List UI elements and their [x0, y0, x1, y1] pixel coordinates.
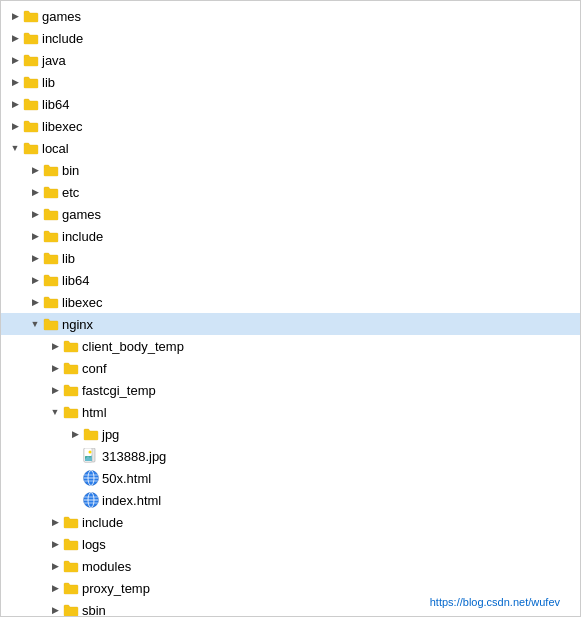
- expand-arrow[interactable]: ▼: [29, 318, 41, 330]
- expand-arrow[interactable]: ▶: [29, 252, 41, 264]
- item-label: java: [42, 53, 66, 68]
- folder-icon: [23, 30, 39, 46]
- list-item[interactable]: ▶ libexec: [1, 115, 580, 137]
- list-item[interactable]: ▶ lib: [1, 71, 580, 93]
- expand-arrow[interactable]: ▼: [9, 142, 21, 154]
- expand-arrow[interactable]: ▶: [49, 384, 61, 396]
- item-label: lib: [62, 251, 75, 266]
- item-label: conf: [82, 361, 107, 376]
- svg-point-4: [89, 451, 92, 454]
- item-label: lib: [42, 75, 55, 90]
- list-item[interactable]: ▶ games: [1, 5, 580, 27]
- folder-icon: [63, 602, 79, 616]
- expand-arrow[interactable]: ▶: [9, 10, 21, 22]
- list-item[interactable]: ▶ include: [1, 27, 580, 49]
- expand-arrow[interactable]: ▶: [29, 186, 41, 198]
- list-item[interactable]: ▶ modules: [1, 555, 580, 577]
- expand-arrow[interactable]: ▶: [29, 164, 41, 176]
- item-label: lib64: [62, 273, 89, 288]
- item-label: 313888.jpg: [102, 449, 166, 464]
- list-item[interactable]: ▶ etc: [1, 181, 580, 203]
- list-item[interactable]: index.html: [1, 489, 580, 511]
- expand-arrow[interactable]: ▶: [49, 604, 61, 616]
- list-item[interactable]: ▶ lib: [1, 247, 580, 269]
- item-label: jpg: [102, 427, 119, 442]
- item-label: include: [82, 515, 123, 530]
- item-label: libexec: [62, 295, 102, 310]
- folder-icon: [23, 8, 39, 24]
- item-label: logs: [82, 537, 106, 552]
- expand-arrow[interactable]: ▶: [49, 582, 61, 594]
- folder-icon: [43, 184, 59, 200]
- item-label: nginx: [62, 317, 93, 332]
- list-item[interactable]: ▶ client_body_temp: [1, 335, 580, 357]
- list-item[interactable]: 50x.html: [1, 467, 580, 489]
- item-label: lib64: [42, 97, 69, 112]
- item-label: local: [42, 141, 69, 156]
- list-item[interactable]: ▶ conf: [1, 357, 580, 379]
- expand-arrow[interactable]: ▶: [9, 54, 21, 66]
- folder-icon: [63, 536, 79, 552]
- file-explorer: ▶ games▶ include▶ java▶ lib▶ lib64▶ libe…: [0, 0, 581, 617]
- list-item[interactable]: 313888.jpg: [1, 445, 580, 467]
- folder-icon: [63, 514, 79, 530]
- folder-icon: [63, 382, 79, 398]
- list-item[interactable]: ▶ games: [1, 203, 580, 225]
- list-item[interactable]: ▶ java: [1, 49, 580, 71]
- list-item[interactable]: ▶ sbin: [1, 599, 580, 616]
- list-item[interactable]: ▶ include: [1, 225, 580, 247]
- expand-arrow[interactable]: ▶: [9, 120, 21, 132]
- folder-icon: [83, 426, 99, 442]
- html-file-icon: [83, 492, 99, 508]
- folder-icon: [43, 228, 59, 244]
- expand-arrow[interactable]: ▶: [9, 76, 21, 88]
- item-label: games: [62, 207, 101, 222]
- list-item[interactable]: ▶ lib64: [1, 93, 580, 115]
- expand-arrow[interactable]: ▶: [29, 274, 41, 286]
- folder-icon: [63, 338, 79, 354]
- item-label: games: [42, 9, 81, 24]
- html-file-icon: [83, 470, 99, 486]
- expand-arrow[interactable]: ▶: [9, 98, 21, 110]
- item-label: sbin: [82, 603, 106, 617]
- tree-view[interactable]: ▶ games▶ include▶ java▶ lib▶ lib64▶ libe…: [1, 1, 580, 616]
- list-item[interactable]: ▶ fastcgi_temp: [1, 379, 580, 401]
- list-item[interactable]: ▶ libexec: [1, 291, 580, 313]
- expand-arrow[interactable]: ▶: [9, 32, 21, 44]
- folder-icon: [43, 206, 59, 222]
- folder-icon: [43, 294, 59, 310]
- list-item[interactable]: ▶ lib64: [1, 269, 580, 291]
- list-item[interactable]: ▶ bin: [1, 159, 580, 181]
- item-label: include: [42, 31, 83, 46]
- list-item[interactable]: ▶ logs: [1, 533, 580, 555]
- expand-arrow[interactable]: ▶: [49, 538, 61, 550]
- folder-icon: [63, 558, 79, 574]
- list-item[interactable]: ▶ jpg: [1, 423, 580, 445]
- item-label: 50x.html: [102, 471, 151, 486]
- item-label: index.html: [102, 493, 161, 508]
- expand-arrow[interactable]: ▶: [49, 362, 61, 374]
- expand-arrow[interactable]: ▼: [49, 406, 61, 418]
- expand-arrow[interactable]: ▶: [49, 560, 61, 572]
- item-label: proxy_temp: [82, 581, 150, 596]
- list-item[interactable]: ▶ include: [1, 511, 580, 533]
- list-item[interactable]: ▼ local: [1, 137, 580, 159]
- folder-icon: [23, 96, 39, 112]
- expand-arrow[interactable]: ▶: [29, 296, 41, 308]
- expand-arrow[interactable]: ▶: [29, 230, 41, 242]
- folder-icon: [43, 316, 59, 332]
- expand-arrow[interactable]: ▶: [49, 516, 61, 528]
- list-item[interactable]: ▶ proxy_temp: [1, 577, 580, 599]
- folder-icon: [23, 118, 39, 134]
- list-item[interactable]: ▼ html: [1, 401, 580, 423]
- folder-icon: [63, 404, 79, 420]
- item-label: fastcgi_temp: [82, 383, 156, 398]
- item-label: bin: [62, 163, 79, 178]
- folder-icon: [23, 74, 39, 90]
- folder-icon: [23, 140, 39, 156]
- list-item[interactable]: ▼ nginx: [1, 313, 580, 335]
- image-file-icon: [83, 448, 99, 464]
- expand-arrow[interactable]: ▶: [69, 428, 81, 440]
- expand-arrow[interactable]: ▶: [49, 340, 61, 352]
- expand-arrow[interactable]: ▶: [29, 208, 41, 220]
